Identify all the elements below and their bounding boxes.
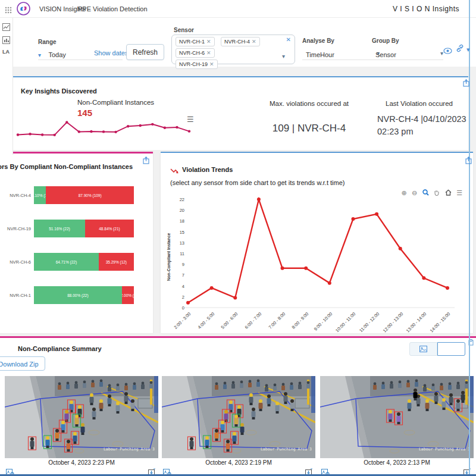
data-point[interactable]: 5:00 - 6:00: 2 (233, 296, 237, 299)
trends-title: Violation Trends (182, 166, 233, 173)
non-compliance-segment[interactable]: 48.84% (21) (85, 220, 134, 237)
data-point[interactable]: 4:00 - 5:00: 4 (210, 286, 214, 290)
line-chart-icon[interactable] (2, 23, 10, 33)
link-icon[interactable] (456, 44, 464, 55)
last-violation-value: NVR-CH-4 |04/10/202302:23 pm (377, 113, 472, 138)
sensor-clear-icon[interactable]: ✕ (286, 36, 291, 43)
download-zip-button[interactable]: Download Zip (0, 356, 45, 371)
non-compliant-instances-label: Non-Compliant Instances (77, 99, 154, 106)
trend-down-icon (170, 166, 180, 177)
sensor-chip[interactable]: NVR-CH-6✕ (176, 48, 215, 58)
non-compliance-segment[interactable]: 12.00% (3) (122, 286, 134, 304)
brand-wordmark: V I S I O N Insights (393, 5, 459, 13)
sensor-chip[interactable]: NVR-CH-19✕ (176, 60, 218, 69)
compliance-segment[interactable]: 12.10% (15) (34, 186, 46, 204)
data-point[interactable]: 6:00 - 7:00: 22 (257, 198, 261, 201)
data-point[interactable]: 13:00 - 14:00: 6 (422, 276, 425, 280)
bar-category-label: NVR-CH-6 (0, 259, 31, 265)
share-icon[interactable] (465, 156, 472, 167)
data-point[interactable]: 11:00 - 12:00: 19 (375, 212, 378, 216)
data-point[interactable]: 7:00 - 8:00: 8 (281, 267, 284, 270)
range-value[interactable]: Today (48, 51, 65, 58)
view-toggle (409, 342, 465, 356)
group-by-select[interactable]: Sensor ▾ (375, 49, 443, 60)
chip-remove-icon[interactable]: ✕ (252, 39, 256, 45)
sensor-chevron-down-icon[interactable]: ▾ (282, 53, 285, 60)
range-label: Range (38, 39, 57, 45)
snapshot-timestamp: October 4, 2023 2:19 PM (162, 459, 315, 466)
non-compliance-segment[interactable]: 35.29% (12) (99, 253, 134, 271)
share-icon[interactable] (143, 156, 149, 167)
non-compliance-summary-card: Non-Compliance Summary Download Zip Labo… (0, 336, 476, 474)
svg-text:Labour Punching Area 3: Labour Punching Area 3 (419, 447, 470, 452)
trends-line-chart[interactable]: 2:00 - 3:00: 14:00 - 5:00: 45:00 - 6:00:… (178, 193, 458, 314)
key-insights-title: Key Insights Discovered (21, 87, 97, 95)
brand-logo-icon[interactable] (17, 2, 30, 18)
compliance-segment[interactable]: 51.16% (22) (34, 220, 85, 237)
sensor-chip[interactable]: NVR-CH-4✕ (221, 37, 260, 46)
violation-trends-card: Violation Trends (select any sensor from… (161, 152, 473, 333)
data-point[interactable]: 2:00 - 3:00: 1 (186, 301, 190, 305)
compliance-bar[interactable]: 64.71% (22)35.29% (12) (34, 253, 134, 271)
max-violations-value: 109 | NVR-CH-4 (242, 123, 376, 134)
snapshot-card: Labour Punching Area 3 October 4, 2023 2… (320, 376, 474, 476)
data-point[interactable]: 12:00 - 13:00: 12 (399, 247, 402, 250)
compliance-chart-title: Sensors By Compliant Non-Compliant Insta… (0, 163, 149, 170)
chip-remove-icon[interactable]: ✕ (206, 39, 211, 45)
data-point[interactable]: 10:00 - 11:00: 18 (351, 217, 355, 221)
snapshot-timestamp: October 4, 2023 2:13 PM (320, 459, 474, 466)
chip-remove-icon[interactable]: ✕ (209, 61, 214, 67)
eye-icon[interactable] (443, 46, 452, 57)
compliance-bar[interactable]: 12.10% (15)87.90% (109) (34, 186, 134, 204)
violation-snapshot-image[interactable]: Labour Punching Area 3 (5, 376, 158, 458)
violation-snapshot-image[interactable]: Labour Punching Area 3 (162, 376, 315, 458)
app-grid-icon[interactable] (5, 5, 12, 16)
snapshot-card: Labour Punching Area 3 October 4, 2023 2… (5, 376, 158, 476)
chip-remove-icon[interactable]: ✕ (206, 50, 211, 56)
bar-category-label: NVR-CH-1 (0, 293, 31, 298)
non-compliance-segment[interactable]: 87.90% (109) (46, 186, 134, 204)
bar-category-label: NVR-CH-19 (0, 226, 31, 231)
data-point[interactable]: 14:00 - 15:00: 4 (446, 286, 449, 290)
sensor-compliance-card: Sensors By Compliant Non-Compliant Insta… (0, 152, 153, 333)
group-by-label: Group By (372, 37, 399, 44)
report-icon[interactable] (2, 36, 10, 46)
right-guide-line (469, 0, 470, 476)
compliance-bar[interactable]: 88.00% (22)12.00% (3) (34, 286, 134, 304)
compliance-bar[interactable]: 51.16% (22)48.84% (21) (34, 220, 134, 237)
trends-subtitle: (select any sensor from side chart to ge… (170, 179, 345, 186)
compliance-segment[interactable]: 64.71% (22) (34, 253, 99, 271)
sensor-multiselect[interactable]: ✕ ▾ NVR-CH-1✕ NVR-CH-4✕ NVR-CH-6✕ NVR-CH… (171, 35, 295, 64)
snapshot-timestamp: October 4, 2023 2:23 PM (5, 459, 158, 466)
compliance-segment[interactable]: 88.00% (22) (34, 286, 122, 304)
sparkline-menu-icon[interactable]: ☰ (187, 117, 194, 123)
table-view-button[interactable] (437, 342, 465, 356)
svg-text:Labour Punching Area 3: Labour Punching Area 3 (261, 447, 312, 452)
svg-text:Labour Punching Area 3: Labour Punching Area 3 (104, 447, 155, 452)
image-icon (419, 346, 427, 352)
share-icon[interactable] (463, 79, 469, 89)
bar-category-label: NVR-CH-4 (0, 193, 31, 198)
left-sidebar: LA (0, 18, 13, 155)
sensor-label: Sensor (172, 27, 196, 33)
sensor-chip[interactable]: NVR-CH-1✕ (176, 37, 215, 46)
max-violations-label: Max. violations occured at (242, 100, 376, 107)
show-dates-link[interactable]: Show dates (94, 49, 128, 57)
key-insights-card: Key Insights Discovered Non-Compliant In… (13, 76, 468, 150)
ppe-dashboard: VISION Insights PPE Violation Detection … (0, 0, 476, 476)
sidebar-item-la[interactable]: LA (2, 49, 10, 55)
summary-title: Non-Compliance Summary (18, 345, 102, 352)
refresh-button[interactable]: Refresh (126, 44, 164, 60)
grid-view-button[interactable] (409, 342, 437, 356)
range-dropdown[interactable]: ▾ Today (38, 49, 66, 60)
analyse-by-select[interactable]: TimeHour ▾ (306, 49, 380, 60)
data-point[interactable]: 8:00 - 9:00: 8 (304, 267, 308, 270)
collapse-chevron-icon[interactable]: ▾ (466, 46, 470, 54)
sparkline-chart (13, 117, 199, 145)
last-violation-label: Last Violation occured (373, 100, 465, 107)
analyse-by-label: Analyse By (302, 37, 334, 44)
violation-snapshot-image[interactable]: Labour Punching Area 3 (320, 376, 474, 458)
nav-ppe-violation-detection[interactable]: PPE Violation Detection (78, 5, 148, 12)
snapshot-card: Labour Punching Area 3 October 4, 2023 2… (162, 376, 315, 476)
data-point[interactable]: 9:00 - 10:00: 5 (328, 281, 331, 285)
